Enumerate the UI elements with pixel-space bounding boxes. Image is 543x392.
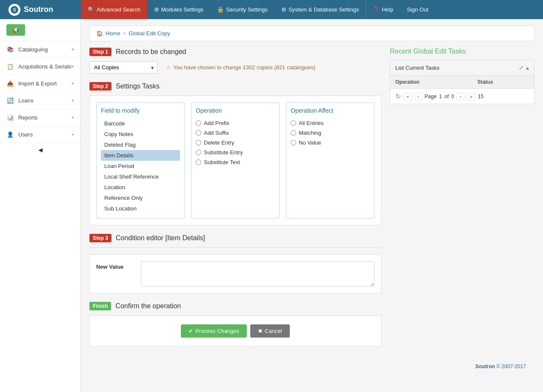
copies-select[interactable]: All Copies Selection Filtered [89, 61, 157, 74]
step1-section: Step 1 Records to be changed All Copies … [89, 48, 381, 74]
radio-substitute-text-input[interactable] [196, 159, 201, 165]
finish-badge: Finish [89, 302, 111, 310]
import-export-icon: 📤 [6, 80, 14, 87]
sidebar-item-import-export[interactable]: 📤 Import & Export ▾ [0, 75, 80, 92]
radio-add-suffix[interactable]: Add Suffix [196, 128, 275, 138]
step1-content: All Copies Selection Filtered ▾ ⚠ You ha… [89, 61, 381, 74]
sidebar-item-label: Import & Export [18, 80, 57, 87]
brand-logo[interactable]: S Soutron [0, 0, 81, 19]
list-item[interactable]: Deleted Flag [101, 139, 180, 150]
breadcrumb-current: Global Edit Copy [129, 30, 170, 37]
main-content: 🏠 Home > Global Edit Copy Step 1 Records… [81, 19, 543, 392]
pagination-per-page: 15 [478, 94, 483, 99]
step1-badge: Step 1 [89, 48, 111, 56]
radio-no-value-input[interactable] [291, 140, 296, 145]
nav-system-database[interactable]: ⚙ System & Database Settings [274, 0, 366, 19]
refresh-icon[interactable]: ↻ [395, 92, 401, 100]
loans-icon: 🔄 [6, 97, 14, 104]
new-value-input[interactable] [141, 261, 374, 287]
step3-content: New Value [89, 254, 381, 293]
radio-matching-input[interactable] [291, 130, 296, 136]
list-item[interactable]: Location [101, 182, 180, 193]
content-side: Recent Global Edit Tasks List Current Ta… [390, 48, 534, 355]
lock-icon: 🔒 [217, 6, 224, 13]
list-item[interactable]: Item Details [101, 150, 180, 161]
finish-title: Confirm the operation [115, 302, 181, 310]
pagination-last-btn[interactable]: » [467, 93, 475, 100]
process-changes-button[interactable]: ✔ Process Changes [181, 324, 247, 338]
radio-all-entries-input[interactable] [291, 120, 296, 126]
chevron-down-icon: ▾ [71, 81, 74, 86]
pagination-next-btn[interactable]: › [457, 93, 464, 100]
step2-title: Settings Tasks [116, 82, 160, 90]
search-icon: 🔍 [88, 6, 94, 13]
operation-affect-col: Operation Affect All Entries Matching [286, 102, 374, 219]
main-layout: 📢 📚 Cataloguing ▾ 📋 Acquisitions & Seria… [0, 19, 543, 392]
field-list: Barcode Copy Notes Deleted Flag Item Det… [101, 118, 180, 214]
cancel-button[interactable]: ✖ Cancel [250, 324, 289, 338]
sidebar-item-label: Cataloguing [18, 46, 48, 53]
nav-modules-settings[interactable]: ⚙ Modules Settings [147, 0, 211, 19]
breadcrumb-home[interactable]: Home [106, 30, 120, 37]
list-item[interactable]: Loan Period [101, 161, 180, 171]
radio-add-prefix-input[interactable] [196, 120, 201, 126]
home-icon: 🏠 [96, 30, 103, 37]
radio-add-suffix-input[interactable] [196, 130, 201, 136]
sidebar-collapse-btn[interactable]: ◀ [0, 143, 80, 156]
pagination-first-btn[interactable]: « [403, 93, 412, 100]
radio-substitute-entry[interactable]: Substitute Entry [196, 148, 275, 157]
pagination-page-label: Page [425, 94, 437, 99]
collapse-icon: ◀ [38, 147, 43, 153]
breadcrumb: 🏠 Home > Global Edit Copy [89, 26, 534, 41]
finish-content: ✔ Process Changes ✖ Cancel [89, 315, 381, 347]
pagination-total: 0 [452, 94, 454, 99]
step3-header: Step 3 Condition editor [Item Details] [89, 234, 381, 242]
users-icon: 👤 [6, 131, 14, 138]
nav-help[interactable]: ❓ Help [366, 0, 400, 19]
announce-button[interactable]: 📢 [6, 24, 25, 36]
nav-security-settings[interactable]: 🔒 Security Settings [210, 0, 274, 19]
col-operation: Operation [390, 76, 472, 89]
sidebar-item-label: Acquisitions & Serials [18, 63, 71, 70]
nav-advanced-search[interactable]: 🔍 Advanced Search [81, 0, 147, 19]
list-item[interactable]: Copy Notes [101, 129, 180, 139]
cataloguing-icon: 📚 [6, 46, 14, 53]
expand-icon[interactable]: ⤢ [519, 64, 524, 71]
collapse-panel-icon[interactable]: ▴ [526, 64, 529, 71]
checkmark-icon: ✔ [189, 328, 193, 334]
acquisitions-icon: 📋 [6, 63, 14, 70]
list-item[interactable]: Sub Location [101, 203, 180, 214]
top-nav: S Soutron 🔍 Advanced Search ⚙ Modules Se… [0, 0, 543, 19]
tasks-pagination: ↻ « ‹ Page 1 of 0 › » 15 [390, 89, 534, 104]
nav-items: 🔍 Advanced Search ⚙ Modules Settings 🔒 S… [81, 0, 543, 19]
radio-delete-entry-input[interactable] [196, 140, 201, 145]
radio-no-value[interactable]: No Value [291, 138, 370, 148]
footer-copyright: © 2007-2017 [496, 364, 526, 369]
radio-add-prefix[interactable]: Add Prefix [196, 118, 275, 128]
logo-icon: S [9, 4, 20, 16]
step3-title: Condition editor [Item Details] [116, 234, 205, 242]
sidebar-item-acquisitions[interactable]: 📋 Acquisitions & Serials ▾ [0, 58, 80, 75]
sidebar-item-cataloguing[interactable]: 📚 Cataloguing ▾ [0, 41, 80, 58]
radio-substitute-entry-input[interactable] [196, 150, 201, 155]
list-item[interactable]: Local Shelf Reference [101, 171, 180, 182]
sidebar-item-loans[interactable]: 🔄 Loans ▾ [0, 92, 80, 109]
step3-badge: Step 3 [89, 234, 111, 242]
step1-header: Step 1 Records to be changed [89, 48, 381, 56]
radio-all-entries[interactable]: All Entries [291, 118, 370, 128]
content-area: Step 1 Records to be changed All Copies … [89, 48, 534, 355]
radio-delete-entry[interactable]: Delete Entry [196, 138, 275, 148]
list-item[interactable]: Reference Only [101, 193, 180, 203]
radio-matching[interactable]: Matching [291, 128, 370, 138]
sidebar-item-users[interactable]: 👤 Users ▾ [0, 126, 80, 143]
radio-substitute-text[interactable]: Substitute Text [196, 157, 275, 167]
sidebar-item-reports[interactable]: 📊 Reports ▾ [0, 109, 80, 126]
pagination-prev-btn[interactable]: ‹ [414, 93, 422, 100]
brand-name: Soutron [24, 5, 53, 14]
list-item[interactable]: Barcode [101, 118, 180, 129]
nav-signout[interactable]: Sign Out [400, 0, 435, 19]
chevron-down-icon: ▾ [71, 47, 74, 52]
col-status: Status [472, 76, 534, 89]
modules-icon: ⚙ [154, 6, 159, 13]
chevron-down-icon: ▾ [71, 64, 74, 69]
